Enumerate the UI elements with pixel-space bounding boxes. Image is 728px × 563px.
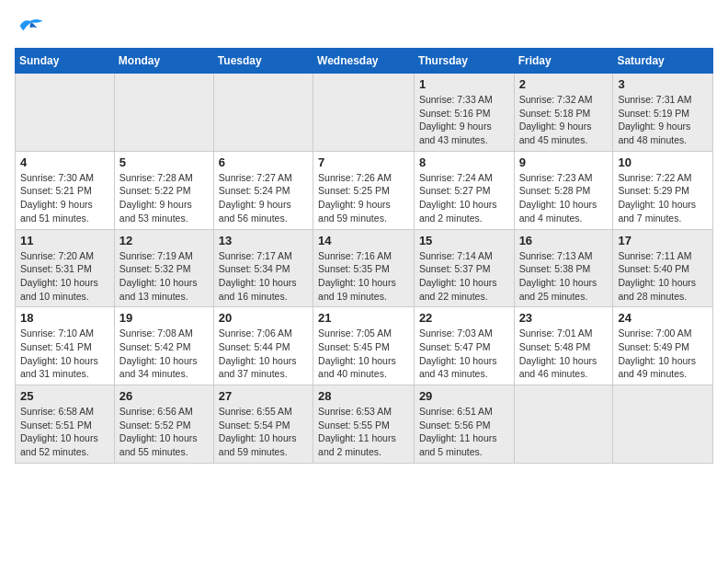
calendar-cell: 7Sunrise: 7:26 AM Sunset: 5:25 PM Daylig… [313,151,415,229]
calendar-cell: 25Sunrise: 6:58 AM Sunset: 5:51 PM Dayli… [16,385,115,464]
day-info: Sunrise: 7:26 AM Sunset: 5:25 PM Dayligh… [318,171,409,225]
calendar-day-header: Saturday [613,49,713,74]
day-number: 1 [419,77,509,91]
calendar-cell [514,385,613,464]
day-number: 8 [419,155,509,169]
day-info: Sunrise: 7:03 AM Sunset: 5:47 PM Dayligh… [419,327,509,381]
day-info: Sunrise: 6:53 AM Sunset: 5:55 PM Dayligh… [318,405,409,459]
calendar-cell [313,74,415,152]
day-number: 6 [219,155,308,169]
calendar-cell: 18Sunrise: 7:10 AM Sunset: 5:41 PM Dayli… [16,307,115,385]
day-info: Sunrise: 7:16 AM Sunset: 5:35 PM Dayligh… [318,249,409,304]
calendar-cell: 21Sunrise: 7:05 AM Sunset: 5:45 PM Dayli… [313,307,415,385]
day-info: Sunrise: 7:20 AM Sunset: 5:31 PM Dayligh… [20,249,109,304]
calendar-cell: 9Sunrise: 7:23 AM Sunset: 5:28 PM Daylig… [514,151,613,229]
calendar-cell: 13Sunrise: 7:17 AM Sunset: 5:34 PM Dayli… [213,229,313,307]
day-number: 27 [219,389,308,403]
calendar-week-row: 25Sunrise: 6:58 AM Sunset: 5:51 PM Dayli… [16,385,713,464]
day-number: 7 [318,155,409,169]
day-number: 26 [119,389,209,403]
day-info: Sunrise: 7:22 AM Sunset: 5:29 PM Dayligh… [618,171,708,225]
day-info: Sunrise: 7:06 AM Sunset: 5:44 PM Dayligh… [219,327,308,381]
calendar-cell: 17Sunrise: 7:11 AM Sunset: 5:40 PM Dayli… [613,229,713,307]
calendar-cell [213,74,313,152]
calendar-body: 1Sunrise: 7:33 AM Sunset: 5:16 PM Daylig… [16,74,713,464]
calendar-day-header: Sunday [16,49,115,74]
day-number: 17 [618,234,708,247]
calendar-day-header: Monday [114,49,213,74]
calendar-week-row: 11Sunrise: 7:20 AM Sunset: 5:31 PM Dayli… [16,229,713,307]
calendar-cell: 2Sunrise: 7:32 AM Sunset: 5:18 PM Daylig… [514,74,613,152]
day-number: 4 [20,155,109,169]
calendar-cell: 23Sunrise: 7:01 AM Sunset: 5:48 PM Dayli… [514,307,613,385]
calendar-cell: 20Sunrise: 7:06 AM Sunset: 5:44 PM Dayli… [213,307,313,385]
day-info: Sunrise: 7:00 AM Sunset: 5:49 PM Dayligh… [618,327,708,381]
calendar-cell: 15Sunrise: 7:14 AM Sunset: 5:37 PM Dayli… [414,229,514,307]
day-info: Sunrise: 7:32 AM Sunset: 5:18 PM Dayligh… [519,93,609,147]
calendar-cell: 19Sunrise: 7:08 AM Sunset: 5:42 PM Dayli… [114,307,213,385]
day-info: Sunrise: 6:58 AM Sunset: 5:51 PM Dayligh… [20,405,109,459]
day-number: 11 [20,234,109,247]
calendar-cell: 4Sunrise: 7:30 AM Sunset: 5:21 PM Daylig… [16,151,115,229]
calendar-cell: 11Sunrise: 7:20 AM Sunset: 5:31 PM Dayli… [16,229,115,307]
day-number: 10 [618,155,708,169]
day-info: Sunrise: 7:27 AM Sunset: 5:24 PM Dayligh… [219,171,308,225]
day-number: 23 [519,311,609,325]
calendar-cell: 29Sunrise: 6:51 AM Sunset: 5:56 PM Dayli… [414,385,514,464]
day-number: 25 [20,389,109,403]
calendar-cell: 16Sunrise: 7:13 AM Sunset: 5:38 PM Dayli… [514,229,613,307]
day-info: Sunrise: 6:55 AM Sunset: 5:54 PM Dayligh… [219,405,308,459]
day-number: 3 [618,77,708,91]
calendar-cell: 24Sunrise: 7:00 AM Sunset: 5:49 PM Dayli… [613,307,713,385]
calendar-week-row: 18Sunrise: 7:10 AM Sunset: 5:41 PM Dayli… [16,307,713,385]
day-info: Sunrise: 7:30 AM Sunset: 5:21 PM Dayligh… [20,171,109,225]
calendar-cell: 3Sunrise: 7:31 AM Sunset: 5:19 PM Daylig… [613,74,713,152]
calendar-table: SundayMondayTuesdayWednesdayThursdayFrid… [15,48,713,464]
calendar-cell: 22Sunrise: 7:03 AM Sunset: 5:47 PM Dayli… [414,307,514,385]
day-info: Sunrise: 7:14 AM Sunset: 5:37 PM Dayligh… [419,249,509,304]
calendar-cell: 14Sunrise: 7:16 AM Sunset: 5:35 PM Dayli… [313,229,415,307]
day-number: 2 [519,77,609,91]
calendar-week-row: 1Sunrise: 7:33 AM Sunset: 5:16 PM Daylig… [16,74,713,152]
calendar-cell: 12Sunrise: 7:19 AM Sunset: 5:32 PM Dayli… [114,229,213,307]
day-info: Sunrise: 7:17 AM Sunset: 5:34 PM Dayligh… [219,249,308,304]
header [15,15,713,37]
calendar-cell: 10Sunrise: 7:22 AM Sunset: 5:29 PM Dayli… [613,151,713,229]
day-number: 28 [318,389,409,403]
calendar-day-header: Tuesday [213,49,313,74]
day-number: 5 [119,155,209,169]
calendar-header-row: SundayMondayTuesdayWednesdayThursdayFrid… [16,49,713,74]
day-number: 22 [419,311,509,325]
day-number: 24 [618,311,708,325]
day-info: Sunrise: 7:33 AM Sunset: 5:16 PM Dayligh… [419,93,509,147]
calendar-cell: 26Sunrise: 6:56 AM Sunset: 5:52 PM Dayli… [114,385,213,464]
calendar-day-header: Wednesday [313,49,415,74]
day-info: Sunrise: 7:10 AM Sunset: 5:41 PM Dayligh… [20,327,109,381]
day-info: Sunrise: 7:24 AM Sunset: 5:27 PM Dayligh… [419,171,509,225]
calendar-cell [16,74,115,152]
day-info: Sunrise: 7:19 AM Sunset: 5:32 PM Dayligh… [119,249,209,304]
calendar-week-row: 4Sunrise: 7:30 AM Sunset: 5:21 PM Daylig… [16,151,713,229]
calendar-cell [613,385,713,464]
day-number: 18 [20,311,109,325]
logo [15,15,44,37]
day-info: Sunrise: 7:28 AM Sunset: 5:22 PM Dayligh… [119,171,209,225]
day-info: Sunrise: 7:23 AM Sunset: 5:28 PM Dayligh… [519,171,609,225]
calendar-day-header: Thursday [414,49,514,74]
calendar-cell: 5Sunrise: 7:28 AM Sunset: 5:22 PM Daylig… [114,151,213,229]
calendar-cell: 6Sunrise: 7:27 AM Sunset: 5:24 PM Daylig… [213,151,313,229]
day-number: 16 [519,234,609,247]
day-info: Sunrise: 7:01 AM Sunset: 5:48 PM Dayligh… [519,327,609,381]
day-number: 12 [119,234,209,247]
day-number: 21 [318,311,409,325]
calendar-day-header: Friday [514,49,613,74]
calendar-cell: 1Sunrise: 7:33 AM Sunset: 5:16 PM Daylig… [414,74,514,152]
day-number: 13 [219,234,308,247]
logo-bird-icon [17,15,44,37]
calendar-cell: 28Sunrise: 6:53 AM Sunset: 5:55 PM Dayli… [313,385,415,464]
day-info: Sunrise: 7:31 AM Sunset: 5:19 PM Dayligh… [618,93,708,147]
calendar-cell: 27Sunrise: 6:55 AM Sunset: 5:54 PM Dayli… [213,385,313,464]
day-info: Sunrise: 6:51 AM Sunset: 5:56 PM Dayligh… [419,405,509,459]
day-number: 29 [419,389,509,403]
day-number: 20 [219,311,308,325]
